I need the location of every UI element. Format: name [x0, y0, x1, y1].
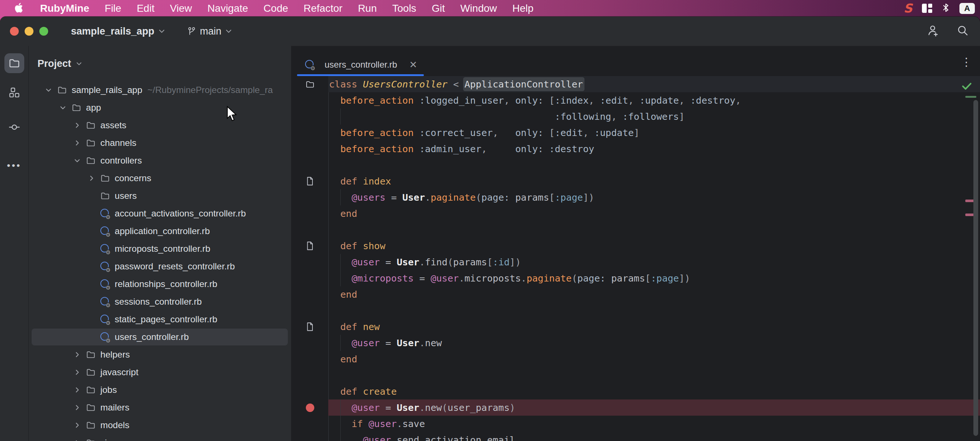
- chevron-right-icon[interactable]: [73, 421, 82, 430]
- chevron-down-icon[interactable]: [76, 61, 82, 66]
- chevron-spacer: [87, 227, 96, 236]
- code-line-16[interactable]: def new: [291, 318, 980, 335]
- search-everywhere-button[interactable]: [956, 24, 969, 38]
- gutter-doc-icon[interactable]: [291, 318, 328, 335]
- menu-navigate[interactable]: Navigate: [200, 3, 256, 14]
- code-line-15[interactable]: [291, 302, 980, 318]
- editor-options-kebab-icon[interactable]: ⋮: [961, 56, 972, 68]
- editor-scrollbar[interactable]: [974, 100, 978, 436]
- tree-item-javascript[interactable]: javascript: [29, 363, 291, 381]
- menu-code[interactable]: Code: [256, 3, 296, 14]
- menu-rubymine[interactable]: RubyMine: [32, 3, 97, 14]
- tree-item-app[interactable]: app: [29, 99, 291, 116]
- tab-users-controller[interactable]: users_controller.rb ✕: [297, 53, 424, 76]
- chevron-right-icon[interactable]: [87, 174, 96, 183]
- tree-item-channels[interactable]: channels: [29, 134, 291, 152]
- code-editor[interactable]: class UsersController < ApplicationContr…: [291, 76, 980, 441]
- close-tab-icon[interactable]: ✕: [409, 59, 417, 70]
- code-line-4[interactable]: before_action :correct_user, only: [:edi…: [291, 124, 980, 141]
- tree-item-models[interactable]: models: [29, 416, 291, 434]
- minimize-window-button[interactable]: [25, 27, 33, 36]
- git-branch-widget[interactable]: main: [187, 26, 233, 37]
- chevron-down-icon[interactable]: [44, 86, 53, 94]
- code-line-11[interactable]: def show: [291, 238, 980, 254]
- chevron-down-icon[interactable]: [73, 156, 82, 165]
- input-source-badge[interactable]: A: [959, 3, 975, 14]
- menu-refactor[interactable]: Refactor: [296, 3, 350, 14]
- s-logo[interactable]: S: [904, 1, 912, 16]
- tree-item-controllers[interactable]: controllers: [29, 152, 291, 169]
- tree-item-application-controller-rb[interactable]: application_controller.rb: [29, 222, 291, 240]
- code-line-20[interactable]: def create: [291, 383, 980, 400]
- code-line-13[interactable]: @microposts = @user.microposts.paginate(…: [291, 270, 980, 286]
- menu-git[interactable]: Git: [424, 3, 452, 14]
- code-line-22[interactable]: if @user.save: [291, 416, 980, 432]
- code-line-9[interactable]: end: [291, 205, 980, 221]
- menu-view[interactable]: View: [162, 3, 200, 14]
- code-line-19[interactable]: [291, 367, 980, 383]
- tree-item-static-pages-controller-rb[interactable]: static_pages_controller.rb: [29, 310, 291, 328]
- structure-tool-button[interactable]: [5, 83, 24, 102]
- code-with-me-button[interactable]: [926, 24, 939, 38]
- ruby-controller-icon: [100, 279, 110, 289]
- code-line-2[interactable]: before_action :logged_in_user, only: [:i…: [291, 92, 980, 108]
- code-line-23[interactable]: @user.send_activation_email: [291, 432, 980, 441]
- zoom-window-button[interactable]: [39, 27, 48, 36]
- code-line-14[interactable]: end: [291, 286, 980, 302]
- tree-item-sessions-controller-rb[interactable]: sessions_controller.rb: [29, 293, 291, 310]
- code-line-5[interactable]: before_action :admin_user, only: :destro…: [291, 141, 980, 157]
- tree-item-account-activations-controller-rb[interactable]: account_activations_controller.rb: [29, 205, 291, 222]
- tree-item-microposts-controller-rb[interactable]: microposts_controller.rb: [29, 240, 291, 258]
- code-line-8[interactable]: @users = User.paginate(page: params[:pag…: [291, 189, 980, 205]
- tree-item-users[interactable]: users: [29, 187, 291, 205]
- tree-item-assets[interactable]: assets: [29, 116, 291, 134]
- chevron-right-icon[interactable]: [73, 350, 82, 359]
- tree-item-password-resets-controller-rb[interactable]: password_resets_controller.rb: [29, 258, 291, 275]
- chevron-right-icon[interactable]: [73, 139, 82, 147]
- menu-window[interactable]: Window: [452, 3, 505, 14]
- menu-file[interactable]: File: [97, 3, 129, 14]
- chevron-right-icon[interactable]: [73, 121, 82, 130]
- code-line-7[interactable]: def index: [291, 173, 980, 189]
- code-line-21[interactable]: @user = User.new(user_params): [291, 400, 980, 416]
- code-line-3[interactable]: :following, :followers]: [291, 108, 980, 124]
- tree-item-mailers[interactable]: mailers: [29, 399, 291, 416]
- project-tool-window: Project sample_rails_app~/RubymineProjec…: [29, 46, 291, 441]
- breakpoint-icon[interactable]: [291, 400, 328, 416]
- tree-item-helpers[interactable]: helpers: [29, 346, 291, 363]
- code-line-12[interactable]: @user = User.find(params[:id]): [291, 254, 980, 270]
- tree-item-sample-rails-app[interactable]: sample_rails_app~/RubymineProjects/sampl…: [29, 81, 291, 99]
- tree-item-label: controllers: [100, 156, 142, 166]
- bluetooth-icon[interactable]: [942, 2, 950, 15]
- code-line-1[interactable]: class UsersController < ApplicationContr…: [291, 76, 980, 92]
- tree-item-users-controller-rb[interactable]: users_controller.rb: [29, 328, 291, 346]
- chevron-right-icon[interactable]: [73, 403, 82, 412]
- project-switcher[interactable]: sample_rails_app: [71, 26, 165, 37]
- gutter-doc-icon[interactable]: [291, 238, 328, 254]
- code-line-17[interactable]: @user = User.new: [291, 335, 980, 351]
- project-tool-button[interactable]: [5, 53, 24, 73]
- close-window-button[interactable]: [10, 27, 19, 36]
- chevron-right-icon[interactable]: [73, 385, 82, 394]
- tree-item-jobs[interactable]: jobs: [29, 381, 291, 399]
- tree-item-relationships-controller-rb[interactable]: relationships_controller.rb: [29, 275, 291, 293]
- code-line-6[interactable]: [291, 157, 980, 173]
- chevron-right-icon[interactable]: [73, 438, 82, 441]
- tree-item-concerns[interactable]: concerns: [29, 169, 291, 187]
- commit-tool-button[interactable]: [5, 117, 24, 137]
- tree-item-views[interactable]: views: [29, 434, 291, 441]
- window-manager-icon[interactable]: [922, 4, 932, 13]
- menu-help[interactable]: Help: [505, 3, 541, 14]
- more-tool-windows-button[interactable]: •••: [5, 155, 24, 175]
- gutter-doc-icon[interactable]: [291, 173, 328, 189]
- apple-menu-icon[interactable]: [10, 3, 25, 14]
- menu-run[interactable]: Run: [350, 3, 385, 14]
- code-line-18[interactable]: end: [291, 351, 980, 367]
- menu-edit[interactable]: Edit: [129, 3, 162, 14]
- chevron-down-icon[interactable]: [59, 103, 67, 112]
- menu-tools[interactable]: Tools: [385, 3, 424, 14]
- gutter-folder-icon[interactable]: [291, 76, 328, 92]
- code-line-10[interactable]: [291, 221, 980, 238]
- inspections-passed-icon[interactable]: [961, 80, 973, 93]
- chevron-right-icon[interactable]: [73, 368, 82, 377]
